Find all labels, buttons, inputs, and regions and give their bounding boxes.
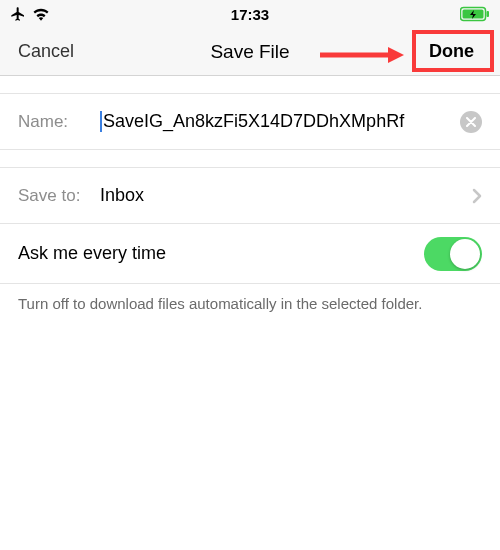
chevron-right-icon bbox=[472, 188, 482, 204]
battery-charging-icon bbox=[460, 6, 490, 22]
airplane-mode-icon bbox=[10, 6, 26, 22]
wifi-icon bbox=[32, 7, 50, 21]
save-to-label: Save to: bbox=[18, 186, 100, 206]
status-left bbox=[10, 6, 50, 22]
nav-bar: Cancel Save File Done bbox=[0, 28, 500, 76]
close-icon bbox=[466, 117, 476, 127]
switch-thumb bbox=[450, 239, 480, 269]
save-to-value: Inbox bbox=[100, 185, 472, 206]
save-to-row[interactable]: Save to: Inbox bbox=[0, 168, 500, 224]
status-bar: 17:33 bbox=[0, 0, 500, 28]
page-title: Save File bbox=[210, 41, 289, 63]
name-input[interactable]: SaveIG_An8kzFi5X14D7DDhXMphRf bbox=[100, 111, 460, 132]
spacer bbox=[0, 150, 500, 168]
cancel-button[interactable]: Cancel bbox=[18, 41, 74, 62]
clear-button[interactable] bbox=[460, 111, 482, 133]
name-label: Name: bbox=[18, 112, 100, 132]
status-time: 17:33 bbox=[231, 6, 269, 23]
svg-rect-2 bbox=[487, 11, 490, 17]
ask-every-time-row: Ask me every time bbox=[0, 224, 500, 284]
ask-every-time-toggle[interactable] bbox=[424, 237, 482, 271]
status-right bbox=[460, 6, 490, 22]
spacer bbox=[0, 76, 500, 94]
name-row[interactable]: Name: SaveIG_An8kzFi5X14D7DDhXMphRf bbox=[0, 94, 500, 150]
hint-text: Turn off to download files automatically… bbox=[0, 284, 500, 314]
ask-every-time-label: Ask me every time bbox=[18, 243, 166, 264]
done-button[interactable]: Done bbox=[421, 35, 482, 68]
